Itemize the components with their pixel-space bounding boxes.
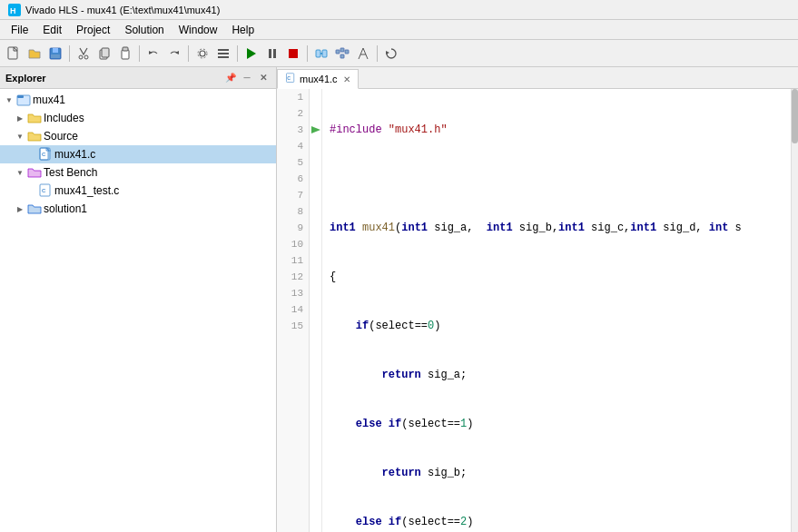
- svg-rect-31: [17, 95, 24, 98]
- tab-close-btn[interactable]: ✕: [343, 74, 350, 84]
- code-line-3: int1 mux41(int1 sig_a, int1 sig_b,int1 s…: [330, 220, 798, 236]
- chevron-down-icon: [4, 94, 15, 105]
- svg-rect-25: [336, 50, 340, 54]
- tree-mux41-root[interactable]: mux41: [0, 91, 276, 109]
- testbench-folder-icon: [27, 165, 42, 180]
- pause-btn[interactable]: [262, 44, 282, 64]
- linenum-9: 9: [277, 220, 303, 236]
- svg-point-7: [84, 55, 88, 59]
- test-c-file-icon: C: [38, 183, 53, 198]
- menu-help[interactable]: Help: [224, 22, 261, 38]
- redo-btn[interactable]: [164, 44, 184, 64]
- svg-rect-21: [273, 49, 276, 58]
- bitgen-btn[interactable]: [353, 44, 373, 64]
- save-btn[interactable]: [45, 44, 65, 64]
- menu-edit[interactable]: Edit: [35, 22, 69, 38]
- linenum-14: 14: [277, 301, 303, 318]
- linenum-5: 5: [277, 154, 303, 171]
- sep5: [307, 45, 308, 62]
- stop-btn[interactable]: [283, 44, 303, 64]
- code-line-7: else if(select==1): [330, 416, 798, 432]
- tree-testbench[interactable]: Test Bench: [0, 163, 276, 182]
- explorer-title: Explorer: [5, 73, 222, 84]
- svg-rect-11: [123, 47, 128, 51]
- svg-rect-16: [218, 49, 229, 51]
- source-folder-icon: [27, 129, 42, 143]
- run-btn[interactable]: [241, 44, 261, 64]
- svg-rect-23: [316, 50, 320, 57]
- code-line-1: #include "mux41.h": [330, 122, 798, 138]
- mux41-c-label: mux41.c: [54, 148, 95, 161]
- svg-text:C: C: [287, 75, 291, 81]
- cut-btn[interactable]: [74, 44, 94, 64]
- c-file-icon: C: [38, 147, 53, 162]
- pin-btn[interactable]: 📌: [223, 71, 238, 85]
- code-line-6: return sig_a;: [330, 367, 798, 383]
- linenum-11: 11: [277, 252, 303, 269]
- code-line-9: else if(select==2): [330, 514, 798, 530]
- chevron-right-icon: [15, 113, 25, 123]
- main-layout: Explorer 📌 ─ ✕ mux41 Inc: [0, 67, 798, 532]
- solution1-label: solution1: [44, 202, 87, 215]
- svg-point-14: [200, 51, 205, 56]
- settings-btn[interactable]: [192, 44, 212, 64]
- leaf-icon: [25, 149, 36, 160]
- editor-tabs: C mux41.c ✕: [277, 67, 798, 89]
- app-icon: H: [7, 3, 22, 17]
- code-area[interactable]: #include "mux41.h" int1 mux41(int1 sig_a…: [322, 89, 798, 532]
- menu-file[interactable]: File: [4, 22, 35, 38]
- chevron-down-icon-source: [15, 131, 25, 142]
- explorer-panel: Explorer 📌 ─ ✕ mux41 Inc: [0, 67, 277, 532]
- open-btn[interactable]: [25, 44, 44, 64]
- sep4: [237, 45, 238, 62]
- linenum-4: 4: [277, 138, 303, 154]
- linenum-13: 13: [277, 285, 303, 301]
- menu-project[interactable]: Project: [69, 22, 117, 38]
- linenum-3: 3: [277, 122, 303, 138]
- tree-source[interactable]: Source: [0, 127, 276, 145]
- menubar: File Edit Project Solution Window Help: [0, 20, 798, 40]
- tab-icon: C: [285, 73, 296, 85]
- linenum-10: 10: [277, 236, 303, 252]
- tree-includes[interactable]: Includes: [0, 109, 276, 127]
- project-icon: [16, 93, 31, 107]
- svg-text:C: C: [42, 152, 46, 157]
- svg-marker-29: [386, 51, 389, 54]
- source-label: Source: [44, 130, 78, 143]
- svg-rect-26: [340, 48, 344, 52]
- tree-solution1[interactable]: solution1: [0, 200, 276, 218]
- breakpoint-arrow: [310, 122, 322, 138]
- menu-solution[interactable]: Solution: [117, 22, 171, 38]
- paste-btn[interactable]: [115, 44, 135, 64]
- config-btn[interactable]: [213, 44, 233, 64]
- vertical-scrollbar[interactable]: [791, 89, 798, 532]
- scroll-thumb[interactable]: [792, 89, 798, 143]
- linenum-6: 6: [277, 171, 303, 187]
- code-line-5: if(select==0): [330, 318, 798, 334]
- sep1: [69, 45, 70, 62]
- close-panel-btn[interactable]: ✕: [256, 71, 271, 85]
- tree-mux41-c[interactable]: C mux41.c: [0, 145, 276, 163]
- linenum-12: 12: [277, 269, 303, 285]
- svg-rect-22: [289, 49, 298, 58]
- menu-window[interactable]: Window: [172, 22, 225, 38]
- undo-btn[interactable]: [143, 44, 163, 64]
- svg-rect-27: [345, 50, 349, 54]
- chevron-down-icon-testbench: [15, 167, 25, 178]
- copy-btn[interactable]: [94, 44, 114, 64]
- synth-btn[interactable]: [311, 44, 331, 64]
- editor-panel: C mux41.c ✕ 1 2 3 4 5 6 7 8 9 10 11 12: [277, 67, 798, 532]
- editor-content: 1 2 3 4 5 6 7 8 9 10 11 12 13 14 15: [277, 89, 798, 532]
- code-line-8: return sig_b;: [330, 465, 798, 481]
- titlebar-text: Vivado HLS - mux41 (E:\text\mux41\mux41): [25, 5, 220, 15]
- refresh-btn[interactable]: [381, 44, 401, 64]
- linenum-15: 15: [277, 318, 303, 334]
- includes-label: Includes: [44, 112, 84, 124]
- minimize-btn[interactable]: ─: [240, 71, 254, 85]
- svg-rect-28: [340, 54, 344, 58]
- linenum-8: 8: [277, 203, 303, 220]
- impl-btn[interactable]: [332, 44, 352, 64]
- tab-mux41-c[interactable]: C mux41.c ✕: [277, 69, 359, 89]
- new-btn[interactable]: [4, 44, 24, 64]
- tree-mux41-test[interactable]: C mux41_test.c: [0, 182, 276, 200]
